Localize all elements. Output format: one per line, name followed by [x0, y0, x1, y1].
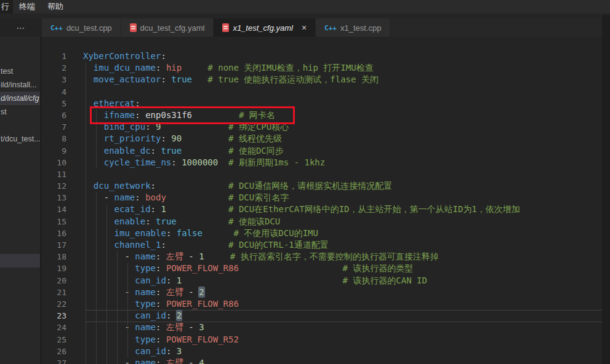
- code-token: [182, 275, 342, 285]
- code-token: [161, 122, 228, 132]
- editor-line[interactable]: 24 - name: 左臂 - 3: [41, 322, 610, 333]
- editor-line[interactable]: 23 can_id: 2: [41, 310, 610, 322]
- code-token: 4: [199, 358, 204, 364]
- editor-pane[interactable]: 1XyberController:2 imu_dcu_name: hip # n…: [41, 37, 610, 364]
- sidebar-item[interactable]: ild/install...: [0, 78, 41, 92]
- code-token: move_actuator: [94, 74, 161, 84]
- code-token: channel_1: [114, 240, 161, 250]
- editor-line[interactable]: 17 channel_1: # DCU的CTRL-1通道配置: [41, 239, 610, 251]
- code-content: ifname: enp0s31f6 # 网卡名: [83, 109, 610, 121]
- editor-line[interactable]: 5 ethercat:: [41, 98, 610, 109]
- editor-line[interactable]: 25 type: POWER_FLOW_R52: [41, 334, 610, 346]
- sidebar-highlight-row[interactable]: [0, 254, 41, 267]
- code-token: [192, 74, 207, 84]
- code-token: [83, 287, 124, 297]
- code-content: type: POWER_FLOW_R86: [83, 298, 610, 310]
- code-token: [204, 251, 230, 261]
- editor-line[interactable]: 12 dcu_network: # DCU通信网络，请根据实机连接情况配置: [41, 180, 610, 192]
- line-number: 19: [41, 263, 74, 274]
- code-token: # true 使能执行器运动测试，flase 关闭: [207, 74, 379, 84]
- code-content: imu_enable: false # 不使用该DCU的IMU: [83, 228, 610, 239]
- code-token: rt_priority: [104, 133, 161, 143]
- line-number: 10: [41, 157, 74, 168]
- code-token: [166, 204, 228, 214]
- code-token: [182, 146, 228, 156]
- line-number: 13: [41, 192, 74, 204]
- editor-line[interactable]: 7 bind_cpu: 9 # 绑定CPU核心: [41, 121, 610, 133]
- code-token: true: [161, 146, 182, 156]
- sidebar-item[interactable]: d/install/cfg: [0, 92, 41, 105]
- editor-line[interactable]: 9 enable_dc: true # 使能DC同步: [41, 145, 610, 157]
- tab-close-icon[interactable]: ×: [302, 23, 307, 32]
- tab-x1_test_cfg.yaml[interactable]: x1_test_cfg.yaml×: [214, 18, 316, 37]
- tab-overflow-button[interactable]: ⋯: [0, 18, 42, 37]
- code-token: [83, 251, 124, 261]
- code-token: :: [151, 146, 156, 156]
- code-token: :: [145, 216, 150, 226]
- code-token: # DCU在EtherCAT网络中的ID，从主站开始，第一个从站ID为1，依次增…: [228, 204, 520, 214]
- editor-line[interactable]: 6 ifname: enp0s31f6 # 网卡名: [41, 109, 610, 121]
- editor-line[interactable]: 16 imu_enable: false # 不使用该DCU的IMU: [41, 228, 610, 239]
- editor-line[interactable]: 11: [41, 168, 610, 180]
- editor-line[interactable]: 27 - name: 左臂 - 4: [41, 357, 610, 364]
- editor-line[interactable]: 13 - name: body # DCU索引名字: [41, 192, 610, 204]
- line-number: 23: [41, 310, 74, 322]
- code-content: ethercat:: [83, 98, 610, 109]
- sidebar-item[interactable]: t/dcu_test...: [0, 132, 41, 146]
- code-token: # 使能DC同步: [228, 146, 284, 156]
- editor-line[interactable]: 19 type: POWER_FLOW_R86 # 该执行器的类型: [41, 263, 610, 274]
- sidebar-item[interactable]: test: [0, 65, 41, 78]
- menubar-item-帮助[interactable]: 帮助: [41, 0, 70, 14]
- code-token: [171, 228, 176, 238]
- code-token: 3: [199, 322, 204, 332]
- scrollbar-track[interactable]: [602, 15, 610, 364]
- tab-dcu_test_cfg.yaml[interactable]: dcu_test_cfg.yaml: [121, 18, 214, 37]
- code-token: 1: [161, 204, 166, 214]
- vscode-window: 行终端帮助 ⋯ C++dcu_test.cppdcu_test_cfg.yaml…: [0, 0, 610, 364]
- menubar-item-行[interactable]: 行: [0, 0, 13, 14]
- code-token: 1000000: [182, 157, 218, 167]
- menubar-item-终端[interactable]: 终端: [13, 0, 41, 14]
- editor-line[interactable]: 18 - name: 左臂 - 1 # 执行器索引名字，不需要控制的执行器可直接…: [41, 251, 610, 263]
- sidebar-item[interactable]: st: [0, 105, 41, 119]
- editor-line[interactable]: 22 type: POWER_FLOW_R86: [41, 298, 610, 310]
- code-token: [203, 228, 234, 238]
- code-content: XyberController:: [83, 50, 610, 62]
- editor-line[interactable]: 14 ecat_id: 1 # DCU在EtherCAT网络中的ID，从主站开始…: [41, 204, 610, 215]
- code-token: imu_dcu_name: [94, 63, 156, 73]
- code-token: [182, 133, 228, 143]
- tab-x1_test.cpp[interactable]: C++x1_test.cpp: [316, 18, 390, 37]
- code-content: - name: 左臂 - 4: [83, 357, 610, 364]
- code-token: true: [171, 74, 192, 84]
- code-token: 左臂: [166, 287, 183, 297]
- tab-label: dcu_test.cpp: [66, 23, 112, 33]
- editor-line[interactable]: 20 can_id: 1 # 该执行器的CAN ID: [41, 275, 610, 287]
- code-token: POWER_FLOW_R52: [166, 334, 239, 344]
- editor-line[interactable]: 3 move_actuator: true # true 使能执行器运动测试，f…: [41, 74, 610, 85]
- code-token: ifname: [104, 110, 135, 120]
- code-content: rt_priority: 90 # 线程优先级: [83, 133, 610, 144]
- occurrence-highlight: 2: [199, 287, 204, 297]
- editor-line[interactable]: 1XyberController:: [41, 50, 610, 62]
- code-content: enable: true # 使能该DCU: [83, 216, 610, 228]
- line-number: 3: [41, 74, 74, 85]
- indent-guide: [106, 204, 107, 364]
- code-token: # 使能该DCU: [228, 216, 280, 226]
- editor-line[interactable]: 26 can_id: 3: [41, 346, 610, 357]
- code-token: [83, 110, 104, 120]
- editor-line[interactable]: 15 enable: true # 使能该DCU: [41, 216, 610, 228]
- editor-line[interactable]: 8 rt_priority: 90 # 线程优先级: [41, 133, 610, 144]
- code-content: [83, 86, 610, 98]
- code-token: enable_dc: [104, 146, 151, 156]
- code-content: ecat_id: 1 # DCU在EtherCAT网络中的ID，从主站开始，第一…: [83, 204, 610, 215]
- editor-line[interactable]: 10 cycle_time_ns: 1000000 # 刷新周期1ms - 1k…: [41, 157, 610, 168]
- editor-line[interactable]: 21 - name: 左臂 - 2: [41, 287, 610, 298]
- tab-dcu_test.cpp[interactable]: C++dcu_test.cpp: [42, 18, 121, 37]
- code-token: -: [124, 287, 135, 297]
- code-token: [83, 204, 114, 214]
- code-token: can_id: [135, 346, 166, 356]
- editor-line[interactable]: 2 imu_dcu_name: hip # none 关闭IMU检查，hip 打…: [41, 62, 610, 74]
- line-number: 9: [41, 145, 74, 157]
- indent-guide: [127, 263, 128, 358]
- editor-line[interactable]: 4: [41, 86, 610, 98]
